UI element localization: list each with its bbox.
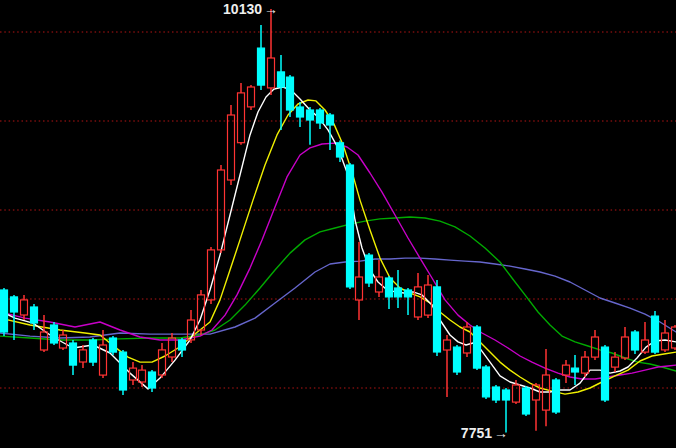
- candle-body: [268, 58, 275, 88]
- low-price-value: 7751: [461, 425, 492, 441]
- candle-body: [652, 316, 659, 352]
- candle-body: [553, 380, 560, 412]
- candle-body: [218, 170, 225, 250]
- candlestick-chart-panel: 10130 → 7751 →: [0, 0, 676, 448]
- candle-body: [278, 72, 285, 87]
- candle-body: [602, 347, 609, 400]
- candle-body: [198, 295, 205, 330]
- candle-body: [632, 332, 639, 350]
- candle-body: [386, 278, 393, 297]
- candle-body: [622, 337, 629, 358]
- candle-body: [327, 115, 334, 125]
- candle-body: [70, 343, 77, 365]
- candle-body: [444, 340, 451, 350]
- candle-body: [297, 107, 304, 117]
- low-price-label: 7751 →: [408, 425, 508, 441]
- candle-body: [582, 357, 589, 373]
- candle-body: [337, 143, 344, 157]
- candle-body: [228, 115, 235, 180]
- candle-body: [11, 297, 18, 312]
- candle-body: [415, 287, 422, 317]
- candle-body: [356, 277, 363, 300]
- candle-body: [503, 390, 510, 400]
- candle-body: [110, 338, 117, 352]
- candle-body: [572, 368, 579, 372]
- candle-body: [1, 290, 8, 332]
- candle-body: [347, 165, 354, 287]
- candle-body: [662, 333, 669, 350]
- candle-body: [120, 352, 127, 390]
- candle-body: [454, 347, 461, 372]
- candle-body: [405, 290, 412, 297]
- candle-body: [80, 350, 87, 362]
- ma-slow-magenta: [0, 143, 676, 379]
- candle-body: [169, 338, 176, 357]
- candle-body: [483, 367, 490, 397]
- candle-body: [317, 110, 324, 123]
- candle-body: [41, 332, 48, 350]
- candle-body: [612, 357, 619, 367]
- candle-body: [493, 387, 500, 400]
- candle-body: [563, 365, 570, 375]
- candle-body: [179, 340, 186, 350]
- candle-body: [248, 87, 255, 107]
- right-arrow-icon: →: [494, 425, 508, 441]
- candle-body: [523, 388, 530, 414]
- candle-body: [258, 48, 265, 85]
- chart-canvas[interactable]: [0, 0, 676, 448]
- high-price-value: 10130: [223, 1, 262, 17]
- candle-body: [434, 287, 441, 352]
- candle-body: [287, 77, 294, 110]
- candle-body: [139, 370, 146, 382]
- high-price-label: 10130 →: [180, 1, 278, 17]
- candle-body: [238, 93, 245, 143]
- candle-body: [307, 110, 314, 120]
- candle-body: [366, 255, 373, 283]
- candle-body: [51, 325, 58, 343]
- candle-body: [395, 288, 402, 297]
- candle-body: [90, 340, 97, 362]
- candle-body: [474, 327, 481, 368]
- candle-body: [159, 350, 166, 375]
- right-arrow-icon: →: [264, 1, 278, 17]
- candle-body: [149, 372, 156, 388]
- candle-body: [21, 300, 28, 315]
- ma-slower-green: [0, 217, 676, 371]
- ma-slowest-blue: [0, 258, 676, 338]
- candle-body: [31, 307, 38, 323]
